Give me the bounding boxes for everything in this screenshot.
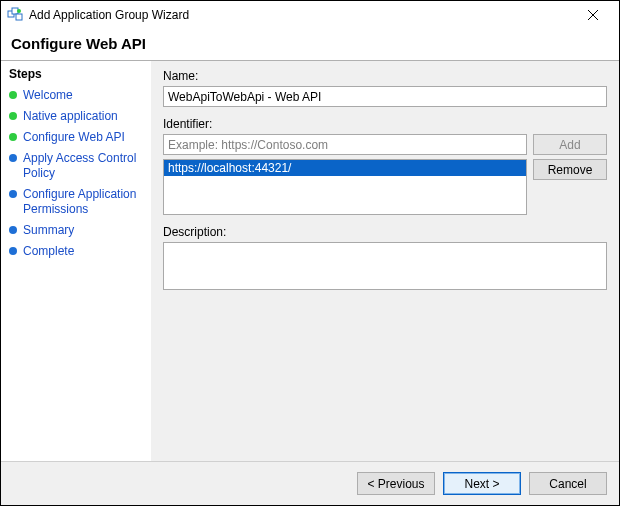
step-bullet-icon <box>9 91 17 99</box>
step-label: Complete <box>23 244 74 259</box>
step-bullet-icon <box>9 154 17 162</box>
name-input[interactable] <box>163 86 607 107</box>
step-label: Native application <box>23 109 118 124</box>
previous-button[interactable]: < Previous <box>357 472 435 495</box>
steps-heading: Steps <box>9 67 147 81</box>
step-bullet-icon <box>9 133 17 141</box>
step-item[interactable]: Configure Web API <box>9 127 147 148</box>
add-button[interactable]: Add <box>533 134 607 155</box>
spacer <box>163 303 607 453</box>
step-label: Summary <box>23 223 74 238</box>
svg-point-3 <box>17 9 21 13</box>
wizard-body: Steps WelcomeNative applicationConfigure… <box>1 61 619 461</box>
steps-sidebar: Steps WelcomeNative applicationConfigure… <box>1 61 151 461</box>
step-item[interactable]: Complete <box>9 241 147 262</box>
identifier-label: Identifier: <box>163 117 607 131</box>
description-section: Description: <box>163 225 607 293</box>
step-label: Apply Access Control Policy <box>23 151 147 181</box>
description-label: Description: <box>163 225 607 239</box>
step-bullet-icon <box>9 247 17 255</box>
window-title: Add Application Group Wizard <box>29 8 573 22</box>
step-bullet-icon <box>9 226 17 234</box>
identifier-input[interactable] <box>163 134 527 155</box>
description-input[interactable] <box>163 242 607 290</box>
step-item[interactable]: Native application <box>9 106 147 127</box>
name-label: Name: <box>163 69 607 83</box>
remove-button[interactable]: Remove <box>533 159 607 180</box>
step-label: Configure Application Permissions <box>23 187 147 217</box>
step-item[interactable]: Welcome <box>9 85 147 106</box>
step-bullet-icon <box>9 190 17 198</box>
cancel-button[interactable]: Cancel <box>529 472 607 495</box>
main-panel: Name: Identifier: Add https://localhost:… <box>151 61 619 461</box>
step-label: Configure Web API <box>23 130 125 145</box>
close-button[interactable] <box>573 1 613 29</box>
step-item[interactable]: Summary <box>9 220 147 241</box>
step-item[interactable]: Configure Application Permissions <box>9 184 147 220</box>
steps-list: WelcomeNative applicationConfigure Web A… <box>9 85 147 262</box>
identifier-list[interactable]: https://localhost:44321/ <box>163 159 527 215</box>
svg-rect-2 <box>16 14 22 20</box>
identifier-list-item[interactable]: https://localhost:44321/ <box>164 160 526 176</box>
step-label: Welcome <box>23 88 73 103</box>
identifier-section: Identifier: Add https://localhost:44321/… <box>163 117 607 215</box>
step-bullet-icon <box>9 112 17 120</box>
wizard-window: Add Application Group Wizard Configure W… <box>0 0 620 506</box>
page-title: Configure Web API <box>11 35 609 52</box>
name-section: Name: <box>163 69 607 107</box>
page-header: Configure Web API <box>1 29 619 60</box>
step-item[interactable]: Apply Access Control Policy <box>9 148 147 184</box>
title-bar: Add Application Group Wizard <box>1 1 619 29</box>
footer-bar: < Previous Next > Cancel <box>1 461 619 505</box>
next-button[interactable]: Next > <box>443 472 521 495</box>
app-icon <box>7 7 23 23</box>
